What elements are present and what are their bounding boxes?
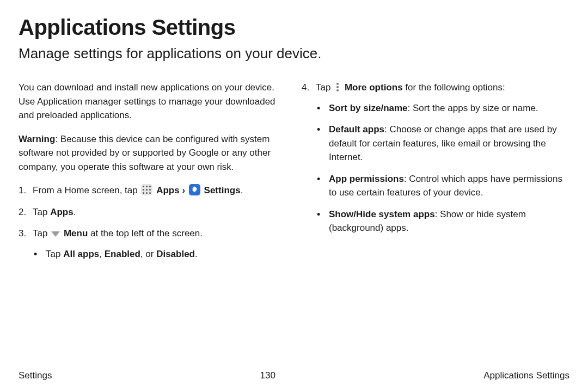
option-app-permissions: App permissions: Control which apps have… bbox=[316, 172, 569, 200]
column-left: You can download and install new applica… bbox=[19, 81, 286, 363]
menu-dropdown-icon bbox=[51, 231, 60, 237]
warning-paragraph: Warning: Because this device can be conf… bbox=[19, 132, 286, 174]
steps-list-left: From a Home screen, tap Apps › Settings.… bbox=[19, 183, 286, 261]
option-default-apps: Default apps: Choose or change apps that… bbox=[316, 122, 569, 164]
warning-label: Warning bbox=[19, 134, 55, 144]
step-3-sub-1: Tap All apps, Enabled, or Disabled. bbox=[33, 247, 286, 261]
footer-topic: Applications Settings bbox=[483, 370, 569, 381]
page-subtitle: Manage settings for applications on your… bbox=[19, 45, 569, 62]
step-1: From a Home screen, tap Apps › Settings. bbox=[19, 183, 286, 198]
content-columns: You can download and install new applica… bbox=[19, 81, 569, 363]
step-3: Tap Menu at the top left of the screen. … bbox=[19, 226, 286, 261]
page-footer: Settings 130 Applications Settings bbox=[19, 363, 569, 381]
option-show-hide-system: Show/Hide system apps: Show or hide syst… bbox=[316, 207, 569, 235]
step-3-sublist: Tap All apps, Enabled, or Disabled. bbox=[33, 247, 286, 261]
column-right: Tap More options for the following optio… bbox=[302, 81, 569, 363]
settings-icon bbox=[189, 184, 200, 195]
step-2: Tap Apps. bbox=[19, 205, 286, 219]
step-4-options: Sort by size/name: Sort the apps by size… bbox=[316, 101, 569, 235]
more-options-icon bbox=[334, 82, 341, 92]
footer-page-number: 130 bbox=[260, 370, 275, 381]
page-title: Applications Settings bbox=[19, 15, 569, 40]
apps-icon bbox=[141, 184, 152, 195]
option-sort: Sort by size/name: Sort the apps by size… bbox=[316, 101, 569, 115]
intro-paragraph: You can download and install new applica… bbox=[19, 81, 286, 122]
steps-list-right: Tap More options for the following optio… bbox=[302, 81, 569, 235]
footer-section: Settings bbox=[19, 370, 52, 381]
step-4: Tap More options for the following optio… bbox=[302, 81, 569, 235]
